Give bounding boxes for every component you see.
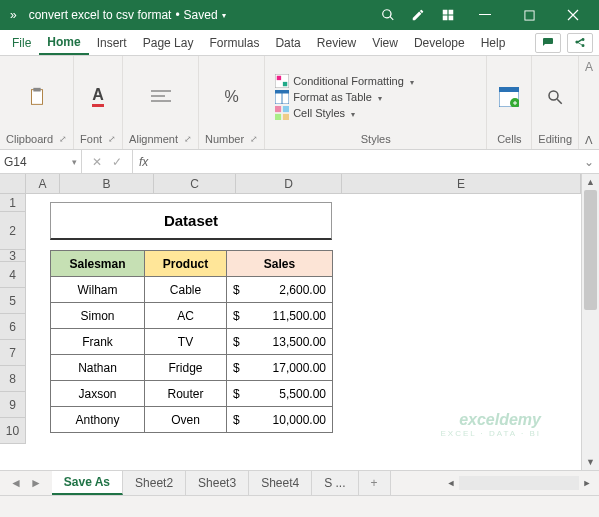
table-row: FrankTV$13,500.00: [51, 329, 333, 355]
tab-review[interactable]: Review: [309, 30, 364, 55]
row-header[interactable]: 4: [0, 262, 25, 288]
share-button[interactable]: [567, 33, 593, 53]
sheet-tab-bar: ◄ ► Save As Sheet2 Sheet3 Sheet4 S ... +…: [0, 470, 599, 495]
tab-developer[interactable]: Develope: [406, 30, 473, 55]
sheet-tab[interactable]: Sheet2: [123, 471, 186, 495]
table-row: WilhamCable$2,600.00: [51, 277, 333, 303]
row-header[interactable]: 10: [0, 418, 25, 444]
watermark: exceldemy EXCEL · DATA · BI: [440, 411, 541, 438]
select-all-corner[interactable]: [0, 174, 26, 193]
chevron-down-icon[interactable]: ▾: [72, 157, 77, 167]
more-icon[interactable]: »: [10, 8, 17, 22]
ribbon-tabs: File Home Insert Page Lay Formulas Data …: [0, 30, 599, 56]
conditional-formatting-button[interactable]: Conditional Formatting: [275, 74, 414, 88]
grid-icon[interactable]: [433, 0, 463, 30]
pen-icon[interactable]: [403, 0, 433, 30]
row-header[interactable]: 7: [0, 340, 25, 366]
launcher-icon[interactable]: ⤢: [250, 134, 258, 144]
group-alignment: Alignment⤢: [123, 56, 199, 149]
fx-label[interactable]: fx: [133, 150, 154, 173]
number-button[interactable]: %: [216, 83, 248, 111]
format-as-table-button[interactable]: Format as Table: [275, 90, 414, 104]
sheet-tab[interactable]: S ...: [312, 471, 358, 495]
launcher-icon[interactable]: ⤢: [59, 134, 67, 144]
row-header[interactable]: 1: [0, 194, 25, 212]
dataset-title: Dataset: [50, 202, 332, 240]
scroll-right-icon[interactable]: ►: [579, 478, 595, 488]
launcher-icon[interactable]: ⤢: [108, 134, 116, 144]
sheet-nav-next-icon[interactable]: ►: [30, 476, 42, 490]
search-icon[interactable]: [373, 0, 403, 30]
ribbon-body: Clipboard⤢ A Font⤢ Alignment⤢ % Number⤢ …: [0, 56, 599, 150]
tab-view[interactable]: View: [364, 30, 406, 55]
editing-button[interactable]: [539, 83, 571, 111]
alignment-button[interactable]: [145, 83, 177, 111]
enter-formula-icon[interactable]: ✓: [112, 155, 122, 169]
paste-button[interactable]: [21, 83, 53, 111]
collapse-ribbon-button[interactable]: ᐱ: [585, 134, 593, 147]
col-header[interactable]: C: [154, 174, 236, 193]
row-header[interactable]: 3: [0, 250, 25, 262]
vertical-scrollbar[interactable]: ▲ ▼: [581, 174, 599, 470]
col-header[interactable]: B: [60, 174, 154, 193]
cells-area[interactable]: Dataset Salesman Product Sales WilhamCab…: [26, 194, 581, 444]
tab-formulas[interactable]: Formulas: [201, 30, 267, 55]
cells-button[interactable]: [493, 83, 525, 111]
font-button[interactable]: A: [82, 83, 114, 111]
header-product: Product: [145, 251, 227, 277]
add-sheet-button[interactable]: +: [359, 471, 391, 495]
col-header[interactable]: D: [236, 174, 342, 193]
svg-rect-13: [275, 106, 281, 112]
scroll-up-icon[interactable]: ▲: [582, 174, 599, 190]
row-header[interactable]: 6: [0, 314, 25, 340]
tab-help[interactable]: Help: [473, 30, 514, 55]
row-header[interactable]: 9: [0, 392, 25, 418]
sheet-nav-prev-icon[interactable]: ◄: [10, 476, 22, 490]
dataset-table: Salesman Product Sales WilhamCable$2,600…: [50, 250, 333, 433]
save-state: Saved: [184, 8, 218, 22]
sheet-tab[interactable]: Sheet3: [186, 471, 249, 495]
header-salesman: Salesman: [51, 251, 145, 277]
group-editing: Editing: [532, 56, 579, 149]
table-row: JaxsonRouter$5,500.00: [51, 381, 333, 407]
col-header[interactable]: E: [342, 174, 581, 193]
launcher-icon[interactable]: ⤢: [184, 134, 192, 144]
tab-insert[interactable]: Insert: [89, 30, 135, 55]
col-header[interactable]: A: [26, 174, 60, 193]
horizontal-scrollbar[interactable]: ◄ ►: [391, 471, 599, 495]
sheet-tab[interactable]: Sheet4: [249, 471, 312, 495]
svg-rect-14: [283, 106, 289, 112]
svg-rect-0: [479, 14, 491, 15]
filename: convert excel to csv format: [29, 8, 172, 22]
row-header[interactable]: 5: [0, 288, 25, 314]
maximize-button[interactable]: [507, 0, 551, 30]
group-clipboard: Clipboard⤢: [0, 56, 74, 149]
name-box[interactable]: G14 ▾: [0, 150, 82, 173]
group-label: Number: [205, 133, 244, 145]
tab-data[interactable]: Data: [267, 30, 308, 55]
minimize-button[interactable]: [463, 0, 507, 30]
document-title: convert excel to csv format • Saved ▾: [29, 8, 226, 22]
row-header[interactable]: 8: [0, 366, 25, 392]
close-button[interactable]: [551, 0, 595, 30]
cell-styles-button[interactable]: Cell Styles: [275, 106, 414, 120]
tab-file[interactable]: File: [4, 30, 39, 55]
formula-input[interactable]: [154, 150, 579, 173]
tab-page-layout[interactable]: Page Lay: [135, 30, 202, 55]
table-row: SimonAC$11,500.00: [51, 303, 333, 329]
tab-home[interactable]: Home: [39, 30, 88, 55]
sheet-tab-active[interactable]: Save As: [52, 471, 123, 495]
expand-formula-bar-icon[interactable]: ⌄: [579, 150, 599, 173]
cells-icon: [497, 85, 521, 109]
row-header[interactable]: 2: [0, 212, 25, 250]
comments-button[interactable]: [535, 33, 561, 53]
cancel-formula-icon[interactable]: ✕: [92, 155, 102, 169]
svg-line-21: [557, 99, 562, 104]
scroll-down-icon[interactable]: ▼: [582, 454, 599, 470]
title-bar: » convert excel to csv format • Saved ▾: [0, 0, 599, 30]
svg-rect-18: [499, 87, 519, 92]
scroll-left-icon[interactable]: ◄: [443, 478, 459, 488]
svg-rect-1: [524, 10, 533, 19]
scroll-thumb[interactable]: [584, 190, 597, 310]
align-icon: [149, 85, 173, 109]
